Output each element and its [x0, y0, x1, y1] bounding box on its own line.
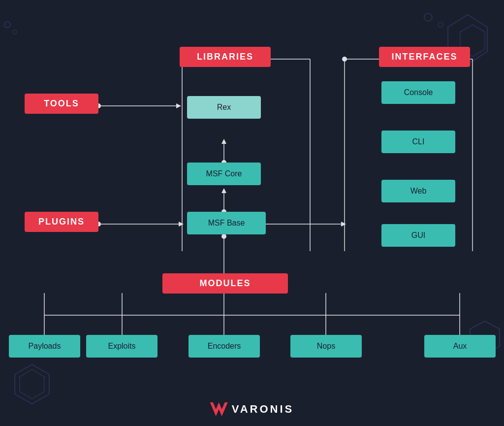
rex-box: Rex	[187, 96, 261, 119]
interfaces-label: INTERFACES	[379, 47, 470, 67]
diagram-container: LIBRARIES INTERFACES TOOLS PLUGINS MODUL…	[0, 0, 504, 426]
console-box: Console	[381, 81, 455, 104]
plugins-label: PLUGINS	[25, 212, 98, 232]
svg-marker-20	[221, 139, 226, 144]
svg-point-31	[221, 234, 226, 239]
svg-point-2	[424, 13, 432, 21]
svg-marker-25	[341, 222, 346, 227]
svg-marker-4	[15, 364, 49, 404]
exploits-box: Exploits	[86, 335, 158, 358]
svg-marker-11	[176, 103, 181, 108]
logo-area: VARONIS	[210, 402, 294, 416]
svg-marker-17	[221, 188, 226, 193]
svg-marker-38	[210, 402, 228, 416]
gui-box: GUI	[381, 224, 455, 247]
svg-point-3	[438, 22, 443, 27]
cli-box: CLI	[381, 131, 455, 153]
aux-box: Aux	[424, 335, 496, 358]
svg-point-29	[342, 57, 347, 62]
logo-text: VARONIS	[232, 403, 294, 416]
web-box: Web	[381, 180, 455, 202]
payloads-box: Payloads	[9, 335, 80, 358]
tools-label: TOOLS	[25, 94, 98, 114]
svg-point-7	[13, 30, 17, 34]
modules-label: MODULES	[162, 273, 288, 294]
msf-base-box: MSF Base	[187, 212, 266, 234]
encoders-box: Encoders	[189, 335, 260, 358]
svg-point-6	[4, 22, 10, 28]
svg-marker-14	[179, 222, 184, 227]
svg-marker-5	[20, 369, 44, 399]
libraries-label: LIBRARIES	[180, 47, 271, 67]
nops-box: Nops	[290, 335, 362, 358]
logo-icon	[210, 402, 228, 416]
msf-core-box: MSF Core	[187, 163, 261, 185]
